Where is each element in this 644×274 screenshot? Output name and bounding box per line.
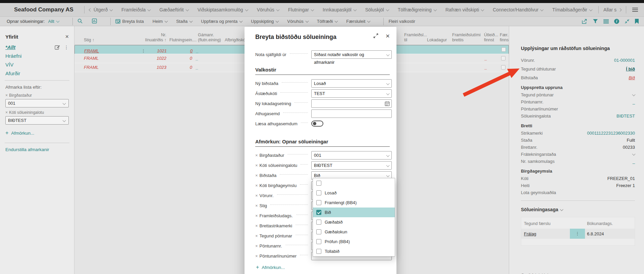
nav-overflow-button[interactable]: Allar s xyxy=(603,7,621,12)
calendar-icon[interactable] xyxy=(385,101,390,106)
cell-stig[interactable]: FRAML xyxy=(84,56,99,61)
sidebar-view-2[interactable]: VÍV xyxy=(5,62,69,67)
dropdown-option-5[interactable]: Gæðalokun xyxy=(313,227,395,237)
nav-item-3[interactable]: Viðskiptasamkomulög xyxy=(198,7,248,12)
nav-back-icon[interactable] xyxy=(89,8,92,11)
close-dialog-icon[interactable]: × xyxy=(386,32,390,39)
list-view-icon[interactable] xyxy=(603,19,609,24)
reset-filters-link[interactable]: Endurstilla afmarkanir xyxy=(5,147,69,152)
search-button[interactable] xyxy=(77,18,83,25)
sidebar-view-3[interactable]: Afurðir xyxy=(5,71,69,76)
nav-item-8[interactable]: Tölfræðigreining xyxy=(398,7,436,12)
remove-filter-icon[interactable]: × xyxy=(255,153,258,158)
toolbar-menu-3[interactable]: Uppskipting xyxy=(251,19,278,24)
filter-icon[interactable] xyxy=(593,19,598,24)
nav-item-9[interactable]: Rafræn viðskipti xyxy=(445,7,484,12)
col-header-right-2[interactable]: Framleiðslutími brettis xyxy=(452,33,486,43)
dropdown-option-4[interactable]: Gæðabið xyxy=(313,217,395,227)
nav-item-10[interactable]: Connector/Handtölvur xyxy=(493,7,543,12)
factbox-field-value[interactable]: _ xyxy=(633,159,635,164)
remove-filter-icon[interactable]: × xyxy=(255,183,258,188)
cell-exists-checkbox[interactable] xyxy=(501,65,505,70)
company-name[interactable]: Seafood Company AS xyxy=(14,6,73,13)
cell-line-no[interactable]: 1023 xyxy=(145,65,166,70)
sidebar-view-0[interactable]: *Allt⋮ xyxy=(5,44,69,50)
collapse-icon[interactable] xyxy=(625,19,630,24)
analysis-mode-button[interactable] xyxy=(92,18,97,25)
dropdown-option-0[interactable] xyxy=(313,178,395,188)
nav-item-7[interactable]: Söluskjöl xyxy=(365,7,389,12)
col-header-left-1[interactable]: Nr. línuatriðis ↑ xyxy=(145,33,166,43)
menu-hamburger-icon[interactable] xyxy=(632,8,638,12)
dropdown-option-6[interactable]: Prófun (BB4) xyxy=(313,237,395,246)
field-input[interactable]: BIÐTEST xyxy=(311,161,392,170)
sidebar-filter-value-1[interactable]: BIÐTEST xyxy=(5,116,69,125)
factbox-field-value[interactable]: 01-000001 xyxy=(614,58,635,63)
expand-dialog-icon[interactable] xyxy=(373,33,378,38)
factbox-field-value[interactable] xyxy=(633,92,635,97)
cell-line-no[interactable]: 1021 xyxy=(145,47,167,55)
factbox-field-value[interactable]: BIÐTEST xyxy=(616,113,635,119)
field-input[interactable]: 001 xyxy=(311,151,392,159)
cell-stig[interactable]: FRAML xyxy=(84,65,99,70)
lock-comments-toggle[interactable] xyxy=(311,121,323,127)
field-input[interactable] xyxy=(311,99,392,108)
col-header-right-3[interactable]: Útleið... finnst xyxy=(484,33,499,43)
cell-exists-checkbox[interactable] xyxy=(501,56,505,60)
cell-transport-units[interactable]: 0 xyxy=(170,47,193,55)
sidebar-filter-value-0[interactable]: 001 xyxy=(5,99,69,107)
cell-transport-units[interactable]: 0 xyxy=(169,56,192,61)
dialog-add-filter-button[interactable]: +Afmörkun... xyxy=(256,264,392,270)
toolbar-menu-6[interactable]: Færsluleit xyxy=(346,19,370,24)
remove-filter-icon[interactable]: × xyxy=(255,203,258,208)
remove-filter-icon[interactable]: × xyxy=(255,163,258,168)
close-icon[interactable]: × xyxy=(65,34,69,40)
more-options-button[interactable]: Fleiri valkostir xyxy=(388,19,415,24)
nav-item-0[interactable]: Útgerð xyxy=(94,7,112,12)
toolbar-menu-4[interactable]: Vöruhús xyxy=(287,19,308,24)
remove-filter-icon[interactable]: × xyxy=(255,254,258,259)
remove-filter-icon[interactable]: × xyxy=(255,243,258,248)
toolbar-menu-1[interactable]: Staða xyxy=(176,19,192,24)
nav-item-2[interactable]: Gæðaeftirlit xyxy=(159,7,188,12)
remove-filter-icon[interactable]: × xyxy=(255,193,258,198)
col-header-left-2[interactable]: Flutningsein.... xyxy=(169,38,192,43)
factbox-field-value[interactable]: _ xyxy=(633,99,635,104)
field-input[interactable] xyxy=(311,109,392,118)
remove-filter-icon[interactable]: × xyxy=(255,233,258,238)
edit-list-button[interactable]: Breyta lista xyxy=(115,19,144,24)
nav-item-4[interactable]: Vöruhús xyxy=(257,7,279,12)
factbox-field-value[interactable]: 00011122231236002330 xyxy=(587,131,635,136)
toolbar-menu-2[interactable]: Uppfæra og prenta xyxy=(201,19,242,24)
dropdown-option-2[interactable]: Framlengt (BB4) xyxy=(313,198,395,208)
field-input[interactable]: Síðast notaðir valkostir og afmarkanir xyxy=(311,50,392,59)
nav-item-1[interactable]: Framleiðsla xyxy=(121,7,150,12)
info-icon[interactable]: i xyxy=(614,19,619,24)
nav-item-5[interactable]: Flutningar xyxy=(288,7,314,12)
history-section-title[interactable]: Sölueiningasaga xyxy=(521,207,635,212)
dropdown-option-1[interactable]: Losað xyxy=(313,188,395,198)
cell-outbound-exists[interactable]: _ xyxy=(485,65,487,70)
share-icon[interactable] xyxy=(582,19,587,24)
field-input[interactable]: TEST xyxy=(311,89,392,98)
view-more-icon[interactable]: ⋮ xyxy=(64,45,69,50)
cell-outbound-exists[interactable]: _ xyxy=(485,56,487,61)
add-filter-button[interactable]: +Afmörkun... xyxy=(5,130,69,136)
remove-filter-icon[interactable]: × xyxy=(5,110,8,115)
nav-item-6[interactable]: Innkaupaskjöl xyxy=(323,7,356,12)
remove-filter-icon[interactable]: × xyxy=(255,223,258,228)
toolbar-menu-0[interactable]: Heim xyxy=(153,19,167,24)
edit-view-icon[interactable] xyxy=(55,45,60,50)
cell-container[interactable]: _ xyxy=(196,65,198,70)
dropdown-option-3[interactable]: Bið xyxy=(313,208,395,217)
cell-container[interactable]: _ xyxy=(196,56,198,61)
cell-transport-units[interactable]: 0 xyxy=(169,65,192,70)
dropdown-option-7[interactable]: Tollabið xyxy=(313,246,395,256)
nav-item-11[interactable]: Tímabilsaðgerðir xyxy=(552,7,592,12)
cell-exists-checkbox[interactable] xyxy=(501,47,506,52)
bookmark-icon[interactable] xyxy=(635,19,639,24)
cell-line-no[interactable]: 1022 xyxy=(145,56,166,61)
cell-container[interactable]: _ xyxy=(196,47,198,55)
remove-filter-icon[interactable]: × xyxy=(255,173,258,178)
remove-filter-icon[interactable]: × xyxy=(5,93,8,98)
